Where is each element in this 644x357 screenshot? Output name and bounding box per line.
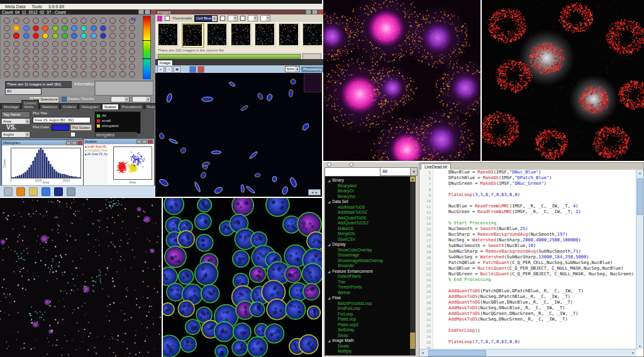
plate-well[interactable] — [71, 56, 77, 62]
plate-well[interactable] — [33, 63, 39, 70]
image-thumbnail[interactable] — [279, 23, 300, 47]
plate-well[interactable] — [4, 63, 10, 70]
close-icon[interactable] — [77, 141, 82, 145]
plate-well[interactable] — [100, 25, 106, 31]
series-entry[interactable]: ■ All: Area VS. AvgInt — [85, 153, 108, 157]
function-library-tree[interactable]: ▲ ◢BinaryBinaryAndBinaryOrBinaryXor◢Data… — [325, 176, 416, 356]
plate-well[interactable] — [42, 48, 48, 55]
plate-well[interactable] — [42, 18, 48, 24]
code-line[interactable]: 12NucGreen = ReadFromWiMRC(IMSF, _R, _C,… — [419, 209, 636, 215]
plate-well[interactable] — [62, 71, 68, 77]
plate-well[interactable] — [4, 18, 10, 24]
plate-well[interactable] — [129, 18, 135, 24]
plate-well[interactable] — [4, 41, 10, 47]
plate-well[interactable] — [4, 33, 10, 39]
library-function[interactable]: BinaryOr — [325, 189, 409, 194]
library-function[interactable]: AddQuantToDS — [325, 216, 409, 221]
plate-well[interactable] — [23, 18, 30, 24]
radio-button[interactable] — [327, 162, 331, 167]
plate-well[interactable] — [71, 25, 77, 31]
plate-well[interactable] — [100, 71, 106, 77]
code-line[interactable]: 22NucQBlue = NucleiQuant(C_Q_PER_OBJECT,… — [419, 266, 636, 272]
library-category[interactable]: ◢Feature Enhancement — [325, 269, 409, 275]
radio-button[interactable] — [349, 162, 353, 167]
plate-well[interactable] — [33, 18, 39, 24]
plate-well[interactable] — [71, 63, 77, 70]
image-thumbnail[interactable] — [207, 23, 228, 47]
plate-well[interactable] — [80, 25, 87, 31]
plate-well[interactable] — [4, 56, 10, 62]
code-line[interactable]: 21PatchQBlue = PatchQuant(C_Q_PER_CELL,N… — [419, 260, 636, 266]
plate-well[interactable] — [23, 56, 30, 62]
tab-populations[interactable]: Populations — [119, 104, 144, 109]
tag-field2-combo[interactable]: AvgInt — [1, 131, 30, 138]
library-function[interactable]: Thin — [325, 280, 409, 285]
library-function[interactable]: ShowVar — [325, 263, 409, 269]
tab-montage[interactable]: Montage — [1, 104, 21, 109]
plate-well[interactable] — [23, 41, 30, 47]
plate-well[interactable] — [62, 48, 68, 55]
zoom-out-icon[interactable]: − — [165, 66, 172, 73]
image-thumbnail[interactable] — [255, 23, 276, 47]
tab-statistics[interactable]: Statistics — [40, 104, 60, 109]
plate-well[interactable] — [13, 56, 19, 62]
code-line[interactable]: 20SubNucSeg = Watershed(SubNucSharp,1300… — [419, 255, 636, 260]
code-line[interactable]: 16NucSharp = RemoveBackgroundAvg(NucSmoo… — [419, 232, 636, 238]
code-line[interactable]: 11NucBlue = ReadFromWiMRC(IMSF, _R, _C, … — [419, 204, 636, 209]
plate-well[interactable] — [52, 18, 58, 24]
plate-well[interactable] — [52, 63, 58, 70]
plot-scatter-button[interactable]: Plot Scatter — [70, 124, 92, 131]
tab-image[interactable]: Image — [157, 60, 173, 65]
record-icon[interactable] — [197, 66, 204, 73]
image-thumbnail[interactable] — [182, 23, 204, 48]
plate-well[interactable] — [100, 63, 106, 70]
plate-well[interactable] — [80, 48, 87, 55]
histogram-window[interactable]: Histogram — [1, 140, 84, 186]
plate-well[interactable] — [80, 71, 87, 77]
plate-well[interactable] — [129, 48, 135, 55]
plate-well[interactable] — [109, 33, 116, 39]
plate-well[interactable] — [80, 18, 87, 24]
channel-combo[interactable]: Cell Blue — [194, 15, 218, 22]
plate-well[interactable] — [71, 71, 77, 77]
scroll-thumb[interactable] — [428, 350, 486, 356]
taskbar-icon[interactable] — [67, 187, 75, 196]
zoom-in-icon[interactable]: + — [157, 66, 164, 73]
plate-well[interactable] — [62, 18, 68, 24]
plate-well[interactable] — [129, 71, 135, 77]
scroll-thumb[interactable] — [637, 178, 643, 215]
library-function[interactable]: PlateLoopZ — [325, 322, 409, 328]
plate-well[interactable] — [4, 71, 10, 77]
plate-well[interactable] — [71, 41, 77, 47]
scatter-window[interactable]: Scatter ■ small: Area VS. AvgInt■ elonga… — [83, 138, 155, 186]
library-function[interactable]: ShowColorOverlay — [325, 248, 409, 253]
image-thumbnail[interactable] — [158, 23, 179, 47]
display-thumbs-checkbox[interactable] — [62, 97, 67, 102]
image-thumbnail[interactable] — [303, 23, 324, 47]
plate-well[interactable] — [42, 56, 48, 62]
plate-well[interactable] — [23, 63, 30, 70]
plate-well[interactable] — [119, 18, 126, 24]
code-line[interactable]: 29AddMaskToDS(NucSeg,DNucBlue,_R, _C, _I… — [419, 305, 636, 311]
code-line[interactable]: 6DPatchBlue = MakeDS(IMSF,"DPatch_Blue") — [419, 175, 636, 181]
plate-well[interactable] — [33, 41, 39, 47]
code-line[interactable]: 13 — [419, 215, 636, 221]
library-function[interactable]: SaveCSV — [325, 237, 409, 243]
library-function[interactable]: ShowImage — [325, 253, 409, 258]
plate-well[interactable] — [33, 48, 39, 55]
code-line[interactable]: 28AddQuantToDS(NucQBlue,DNucBlue,_R, _C,… — [419, 300, 636, 305]
code-line[interactable]: 17NucSeg = Watershed(NucSharp,2000,4000,… — [419, 238, 636, 243]
maximize-button[interactable] — [142, 140, 147, 144]
time-combo[interactable] — [111, 96, 130, 102]
plate-well[interactable] — [129, 33, 135, 39]
library-function[interactable]: ForLoop — [325, 312, 409, 317]
plate-well[interactable] — [33, 71, 39, 77]
plate-well[interactable] — [71, 18, 77, 24]
option-checkbox[interactable] — [240, 16, 245, 21]
library-function[interactable]: ShowImageMaskOverlay — [325, 258, 409, 264]
library-function[interactable]: BatchProcessLoop — [325, 301, 409, 307]
code-line[interactable]: 8 — [419, 187, 636, 192]
scatter-window-titlebar[interactable]: Scatter — [84, 139, 154, 144]
overview-thumbnail[interactable] — [304, 74, 321, 92]
z-combo[interactable] — [260, 15, 270, 21]
